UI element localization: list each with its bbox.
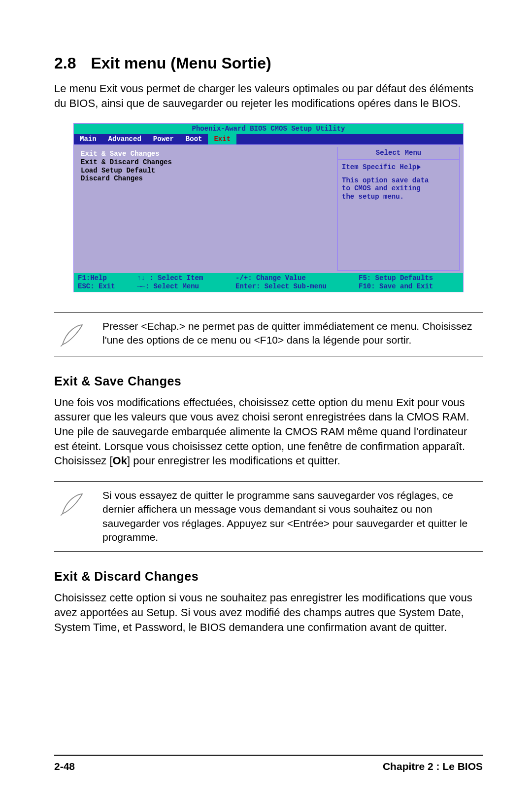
section-title-text: Exit menu (Menu Sortie) <box>91 54 271 72</box>
bios-help-line3: the setup menu. <box>342 193 455 201</box>
bios-item-exit-save[interactable]: Exit & Save Changes <box>81 150 330 158</box>
bios-item-exit-discard[interactable]: Exit & Discard Changes <box>81 158 330 167</box>
section-heading: 2.8Exit menu (Menu Sortie) <box>54 54 483 72</box>
bios-item-discard[interactable]: Discard Changes <box>81 174 330 183</box>
bios-item-load-default[interactable]: Load Setup Default <box>81 167 330 175</box>
quill-icon <box>54 488 90 544</box>
bios-key-exit: ESC: Exit <box>78 282 137 291</box>
bios-key-save-exit: F10: Save and Exit <box>359 282 433 291</box>
page-footer: 2-48 Chapitre 2 : Le BIOS <box>54 755 483 772</box>
bios-tab-exit[interactable]: Exit <box>208 134 236 144</box>
intro-paragraph: Le menu Exit vous permet de charger les … <box>54 81 483 110</box>
bios-help-title: Select Menu <box>338 147 459 160</box>
exit-save-text-b: ] pour enregistrer les modifications et … <box>127 454 340 467</box>
page-number: 2-48 <box>54 761 75 772</box>
bios-screenshot: Phoenix-Award BIOS CMOS Setup Utility Ma… <box>73 123 464 292</box>
bios-key-defaults: F5: Setup Defaults <box>359 274 433 282</box>
bios-tab-power[interactable]: Power <box>147 134 180 144</box>
bios-help-pane: Select Menu Item Specific Help This opti… <box>337 147 460 271</box>
bios-items: Exit & Save Changes Exit & Discard Chang… <box>74 145 337 273</box>
bios-help-line2: to CMOS and exiting <box>342 184 455 193</box>
bios-key-select-menu: →←: Select Menu <box>137 282 235 291</box>
note-block-1: Presser <Echap.> ne permet pas de quitte… <box>54 312 483 356</box>
note-2-text: Si vous essayez de quitter le programme … <box>102 488 483 544</box>
quill-icon <box>54 319 90 349</box>
bios-tab-boot[interactable]: Boot <box>180 134 208 144</box>
bios-key-help: F1:Help <box>78 274 137 282</box>
bios-help-label: Item Specific Help <box>342 163 416 172</box>
bios-menu-bar: Main Advanced Power Boot Exit <box>74 134 463 144</box>
subheading-exit-save: Exit & Save Changes <box>54 374 483 388</box>
chapter-label: Chapitre 2 : Le BIOS <box>383 761 483 772</box>
bios-key-select-item: ↑↓ : Select Item <box>137 274 235 282</box>
bios-footer: F1:Help ↑↓ : Select Item -/+: Change Val… <box>74 273 463 292</box>
ok-label: Ok <box>113 454 127 467</box>
bios-tab-main[interactable]: Main <box>74 134 102 144</box>
bios-title: Phoenix-Award BIOS CMOS Setup Utility <box>74 124 463 134</box>
section-number: 2.8 <box>54 54 76 72</box>
bios-key-enter: Enter: Select Sub-menu <box>235 282 359 291</box>
bios-tab-advanced[interactable]: Advanced <box>102 134 147 144</box>
note-1-text: Presser <Echap.> ne permet pas de quitte… <box>102 319 483 349</box>
bios-key-change-val: -/+: Change Value <box>235 274 359 282</box>
subheading-exit-discard: Exit & Discard Changes <box>54 569 483 584</box>
exit-save-paragraph: Une fois vos modifications effectuées, c… <box>54 395 483 468</box>
exit-discard-paragraph: Choisissez cette option si vous ne souha… <box>54 591 483 634</box>
triangle-right-icon <box>417 165 421 170</box>
bios-help-line1: This option save data <box>342 176 455 185</box>
note-block-2: Si vous essayez de quitter le programme … <box>54 481 483 552</box>
